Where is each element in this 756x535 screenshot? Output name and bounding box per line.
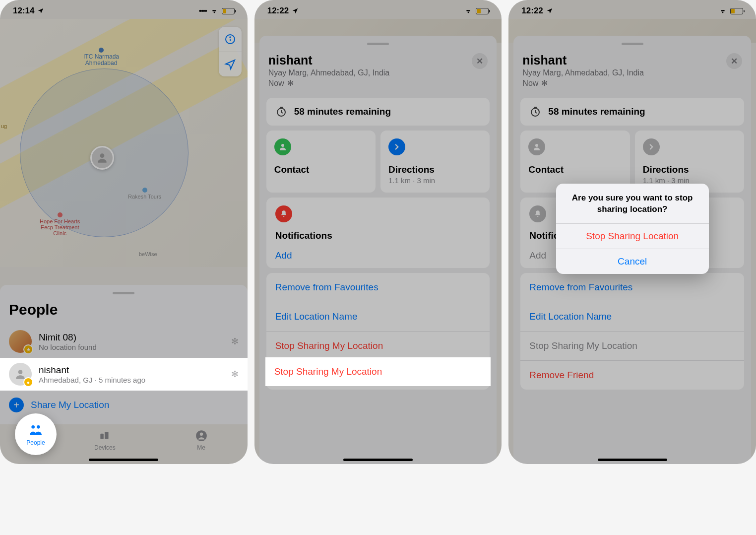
svg-point-10: [37, 425, 40, 429]
time-remaining-text: 58 minutes remaining: [548, 106, 645, 117]
stop-sharing-location-button[interactable]: Stop Sharing Location: [556, 223, 709, 249]
home-indicator[interactable]: [598, 459, 667, 461]
tab-people-active[interactable]: People: [15, 413, 57, 455]
phone-2-person-detail: 12:22 nishant Nyay Marg, Ahmedabad, GJ, …: [254, 0, 502, 464]
directions-card[interactable]: Directions 1.1 km · 3 min: [380, 131, 490, 193]
directions-icon: [643, 138, 660, 155]
location-services-icon: [37, 7, 44, 14]
svg-point-4: [18, 370, 23, 374]
tab-label: People: [26, 439, 45, 446]
contact-label: Contact: [274, 164, 368, 175]
location-services-icon: [292, 7, 299, 14]
directions-label: Directions: [388, 164, 482, 175]
time-remaining-text: 58 minutes remaining: [294, 106, 391, 117]
close-button[interactable]: ✕: [726, 53, 742, 69]
status-bar: 12:14 ••••: [0, 0, 248, 19]
status-bar: 12:22: [508, 0, 756, 19]
map-view[interactable]: ITC NarmadaAhmedabad Rakesh Tours Hope F…: [0, 19, 248, 267]
remove-from-favourites-button[interactable]: Remove from Favourites: [266, 273, 490, 302]
contact-card[interactable]: Contact: [266, 131, 376, 193]
person-timestamp: Now✻: [268, 78, 390, 88]
tab-label: Devices: [94, 444, 116, 451]
timer-icon: [529, 106, 541, 118]
actions-list: Remove from Favourites Edit Location Nam…: [520, 273, 744, 390]
sheet-grabber[interactable]: [367, 43, 389, 45]
wifi-icon: [210, 7, 219, 14]
edit-location-name-button[interactable]: Edit Location Name: [266, 302, 490, 332]
battery-icon: [222, 8, 235, 14]
loading-spinner-icon: ✻: [231, 369, 239, 380]
time-remaining-card: 58 minutes remaining: [266, 98, 490, 126]
remove-friend-button[interactable]: Remove Friend: [266, 361, 490, 390]
remove-friend-button[interactable]: Remove Friend: [520, 361, 744, 390]
info-button[interactable]: [219, 27, 242, 52]
stop-sharing-button[interactable]: Stop Sharing My Location: [266, 332, 490, 361]
people-sheet[interactable]: People ★ Nimit 08) No location found ✻ ●…: [0, 285, 248, 424]
svg-point-3: [230, 37, 231, 38]
confirm-action-sheet: Are you sure you want to stop sharing lo…: [556, 184, 709, 274]
close-button[interactable]: ✕: [472, 53, 488, 69]
tab-devices[interactable]: Devices: [94, 429, 116, 451]
wifi-icon: [718, 7, 727, 14]
svg-point-0: [100, 153, 105, 158]
home-indicator[interactable]: [343, 459, 413, 461]
svg-rect-6: [105, 432, 109, 439]
svg-point-9: [31, 425, 35, 429]
map-poi-label: ITC NarmadaAhmedabad: [83, 48, 119, 67]
loading-spinner-icon: ✻: [541, 78, 548, 88]
bell-icon: [275, 205, 292, 222]
user-location-avatar[interactable]: [90, 146, 114, 170]
battery-icon: [730, 8, 743, 14]
remove-from-favourites-button[interactable]: Remove from Favourites: [520, 273, 744, 302]
location-services-icon: [546, 7, 553, 14]
contact-icon: [528, 138, 545, 155]
sheet-grabber[interactable]: [113, 292, 134, 294]
person-address: Nyay Marg, Ahmedabad, GJ, India: [522, 68, 644, 77]
person-timestamp: Now✻: [522, 78, 644, 88]
svg-point-8: [199, 433, 203, 436]
directions-distance: 1.1 km · 3 min: [388, 176, 482, 185]
tab-me[interactable]: Me: [195, 429, 208, 451]
map-poi-label: ug: [1, 123, 7, 129]
loading-spinner-icon: ✻: [287, 78, 294, 88]
cancel-button[interactable]: Cancel: [556, 249, 709, 274]
person-status: No location found: [39, 343, 224, 351]
devices-icon: [98, 429, 111, 442]
notifications-card: Notifications Add: [266, 198, 490, 268]
edit-location-name-button[interactable]: Edit Location Name: [520, 302, 744, 332]
person-name: Nimit 08): [39, 332, 224, 343]
phone-1-find-my-people: 12:14 •••• ITC NarmadaAhmedabad Rakesh T…: [0, 0, 248, 464]
home-indicator[interactable]: [89, 459, 158, 461]
me-icon: [195, 429, 208, 442]
locate-me-button[interactable]: [219, 52, 242, 76]
map-controls: [219, 27, 242, 76]
add-notification-button[interactable]: Add: [275, 250, 481, 261]
person-name: nishant: [39, 365, 224, 376]
battery-icon: [476, 8, 489, 14]
person-detail-sheet[interactable]: nishant Nyay Marg, Ahmedabad, GJ, India …: [259, 36, 497, 464]
sheet-grabber[interactable]: [622, 43, 643, 45]
actions-list: Remove from Favourites Edit Location Nam…: [266, 273, 490, 390]
person-name: nishant: [522, 53, 644, 67]
avatar: ★: [9, 330, 32, 353]
svg-rect-5: [101, 434, 104, 439]
map-poi-label: beWise: [139, 251, 157, 257]
svg-point-14: [535, 144, 538, 147]
wifi-icon: [464, 7, 473, 14]
person-row[interactable]: ★ Nimit 08) No location found ✻: [0, 325, 248, 358]
directions-icon: [388, 138, 405, 155]
avatar: ●: [9, 363, 32, 386]
notifications-label: Notifications: [275, 230, 481, 241]
bell-icon: [529, 205, 546, 222]
cellular-icon: ••••: [199, 7, 207, 15]
person-row-selected[interactable]: ● nishant Ahmedabad, GJ · 5 minutes ago …: [0, 358, 248, 391]
action-sheet-title: Are you sure you want to stop sharing lo…: [556, 184, 709, 223]
person-address: Nyay Marg, Ahmedabad, GJ, India: [268, 68, 390, 77]
stop-sharing-button[interactable]: Stop Sharing My Location: [520, 332, 744, 361]
timer-icon: [275, 106, 287, 118]
tab-label: Me: [197, 444, 205, 451]
contact-label: Contact: [528, 164, 622, 175]
status-time: 12:14: [13, 6, 34, 16]
time-remaining-card: 58 minutes remaining: [520, 98, 744, 126]
svg-point-12: [281, 144, 284, 147]
